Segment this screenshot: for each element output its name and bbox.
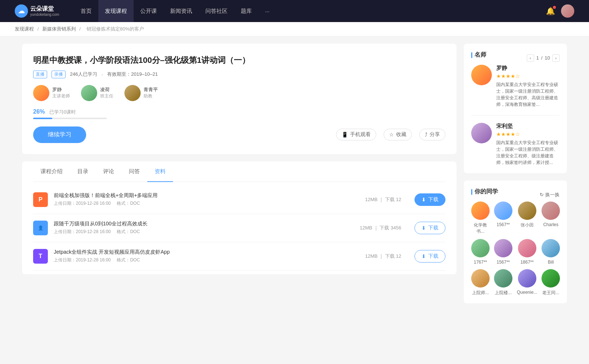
teacher-sidebar-0-stars: ★★★★☆: [496, 73, 560, 79]
resource-stats-1: 12MB ｜ 下载 3456: [360, 225, 401, 231]
teacher-1-info: 凌荷 班主任: [100, 86, 113, 99]
resource-item: P 前端全栈加强版！前端全栈+全周期+多端应用 上传日期：2019-12-28 …: [33, 186, 445, 214]
classmate-name: 上院师...: [472, 290, 489, 296]
download-icon: ⬇: [422, 197, 426, 203]
teacher-sidebar-0-name: 罗静: [496, 65, 560, 72]
download-button-1[interactable]: ⬇ 下载: [415, 222, 445, 234]
tab-catalog[interactable]: 目录: [70, 161, 96, 182]
progress-section: 26% 已学习0课时: [33, 108, 445, 119]
next-page-button[interactable]: ›: [552, 54, 560, 62]
classmate-avatar[interactable]: [471, 201, 490, 220]
share-icon: ⤴: [425, 132, 427, 138]
nav-item-home[interactable]: 首页: [74, 0, 98, 22]
classmate-avatar[interactable]: [518, 201, 536, 220]
resource-stats-0: 12MB ｜ 下载 12: [365, 196, 401, 203]
bell-icon[interactable]: 🔔: [546, 7, 555, 15]
teacher-0-name: 罗静: [52, 86, 70, 93]
resource-meta-2: 上传日期：2019-12-28 16:00 格式：DOC: [54, 257, 352, 263]
page-current: 1: [536, 55, 539, 61]
classmate-name: 化学教书...: [471, 222, 490, 235]
tab-comments[interactable]: 评论: [96, 161, 121, 182]
download-button-2[interactable]: ⬇ 下载: [415, 250, 445, 263]
classmate-avatar[interactable]: [542, 239, 560, 257]
student-count: 246人已学习: [70, 71, 97, 78]
classmate-name: 上院楼...: [495, 290, 512, 296]
classmate-name: Charles: [543, 222, 558, 227]
tag-live: 直播: [33, 71, 47, 78]
teacher-2-info: 青青平 助教: [144, 86, 158, 99]
download-icon: ⬇: [422, 253, 426, 259]
classmates-title: 你的同学: [471, 188, 498, 196]
tab-resources[interactable]: 资料: [147, 161, 173, 182]
teacher-2-name: 青青平: [144, 86, 158, 93]
teacher-sidebar-0-avatar: [471, 65, 492, 85]
progress-bar-bg: [33, 118, 107, 119]
nav-item-quiz[interactable]: 题库: [234, 0, 258, 22]
nav-right: 🔔: [546, 4, 574, 18]
teacher-sidebar-0: 罗静 ★★★★☆ 国内某重点大学安全工程专业硕士，国家一级注册消防工程师、注册安…: [471, 65, 560, 115]
nav-item-open[interactable]: 公开课: [134, 0, 163, 22]
classmate-name: 张小田: [521, 222, 534, 228]
teacher-sidebar-1-info: 宋利坚 ★★★★☆ 国内某重点大学安全工程专业硕士，国家一级注册消防工程师、注册…: [496, 123, 560, 166]
prev-page-button[interactable]: ‹: [527, 54, 534, 62]
nav-item-more[interactable]: ···: [258, 0, 276, 22]
breadcrumb-item-series[interactable]: 新媒体营销系列: [42, 26, 76, 32]
share-button[interactable]: ⤴ 分享: [419, 129, 445, 140]
resource-name-2: Jetpack全组件实战 开发短视频应用高仿皮皮虾App: [54, 249, 352, 256]
nav-item-qa[interactable]: 问答社区: [199, 0, 234, 22]
teacher-0: 罗静 主讲老师: [33, 85, 70, 101]
collect-button[interactable]: ☆ 收藏: [384, 129, 412, 140]
teachers-title: 名师: [471, 51, 486, 59]
teacher-2: 青青平 助教: [124, 85, 158, 101]
teacher-0-info: 罗静 主讲老师: [52, 86, 70, 99]
classmate-name: 1567**: [497, 222, 510, 227]
nav-item-news[interactable]: 新闻资讯: [163, 0, 199, 22]
teacher-sidebar-0-info: 罗静 ★★★★☆ 国内某重点大学安全工程专业硕士，国家一级注册消防工程师、注册安…: [496, 65, 560, 108]
continue-button[interactable]: 继续学习: [33, 126, 86, 143]
resource-name-1: 跟随千万级项目从0到100全过程高效成长: [54, 221, 346, 227]
classmate-avatar[interactable]: [518, 269, 536, 288]
teacher-sidebar-1-name: 宋利坚: [496, 123, 560, 130]
nav-items: 首页 发现课程 公开课 新闻资讯 问答社区 题库 ···: [74, 0, 546, 22]
classmates-card: 你的同学 ↻ 换一换 化学教书... 1567** 张小田 Charles 17…: [464, 181, 567, 303]
classmate-avatar[interactable]: [542, 201, 560, 220]
tab-qa[interactable]: 问答: [121, 161, 147, 182]
teacher-1-role: 班主任: [100, 93, 113, 99]
teacher-sidebar-1-stars: ★★★★☆: [496, 131, 560, 137]
classmates-grid: 化学教书... 1567** 张小田 Charles 1767** 1567**…: [471, 201, 560, 296]
classmate-avatar[interactable]: [494, 269, 512, 288]
notification-dot: [553, 6, 556, 9]
right-sidebar: 名师 ‹ 1 / 10 › 罗静 ★★★★☆ 国内某重点大学安全工程专业硕士，国…: [464, 44, 567, 311]
progress-bar-fill: [33, 118, 52, 119]
mobile-watch-button[interactable]: 📱 手机观看: [336, 129, 376, 140]
tab-intro[interactable]: 课程介绍: [33, 161, 70, 182]
mobile-icon: 📱: [342, 132, 348, 138]
action-row: 继续学习 📱 手机观看 ☆ 收藏 ⤴ 分享: [33, 126, 445, 143]
breadcrumb-current: 销冠修炼术搞定80%的客户: [87, 26, 144, 32]
classmate-avatar[interactable]: [471, 269, 490, 288]
page-total: 10: [545, 55, 550, 61]
resource-icon-2: T: [33, 249, 48, 264]
classmate-item: 1767**: [471, 239, 490, 265]
teacher-1-name: 凌荷: [100, 86, 113, 93]
action-buttons: 📱 手机观看 ☆ 收藏 ⤴ 分享: [336, 129, 445, 140]
resource-icon-0: P: [33, 192, 48, 207]
classmate-item: 张小田: [517, 201, 537, 235]
user-avatar[interactable]: [561, 4, 574, 18]
breadcrumb-item-discover[interactable]: 发现课程: [15, 26, 34, 32]
classmate-avatar[interactable]: [471, 239, 490, 257]
teachers-card: 名师 ‹ 1 / 10 › 罗静 ★★★★☆ 国内某重点大学安全工程专业硕士，国…: [464, 44, 567, 173]
nav-item-discover[interactable]: 发现课程: [98, 0, 134, 22]
classmate-name: Queenie...: [517, 290, 537, 295]
classmate-avatar[interactable]: [494, 239, 512, 257]
classmate-avatar[interactable]: [518, 239, 536, 257]
course-meta: 直播 录播 246人已学习 · 有效期至：2019–10–21: [33, 71, 445, 78]
classmate-avatar[interactable]: [494, 201, 512, 220]
download-button-0[interactable]: ⬇ 下载: [415, 193, 445, 206]
classmate-avatar[interactable]: [542, 269, 560, 288]
classmate-item: 1567**: [494, 239, 512, 265]
classmate-item: 老王同...: [542, 269, 560, 296]
refresh-button[interactable]: ↻ 换一换: [540, 192, 560, 198]
resource-meta-1: 上传日期：2019-12-28 16:00 格式：DOC: [54, 229, 346, 235]
logo[interactable]: ☁ 云朵课堂 yundoketang.com: [15, 4, 59, 18]
